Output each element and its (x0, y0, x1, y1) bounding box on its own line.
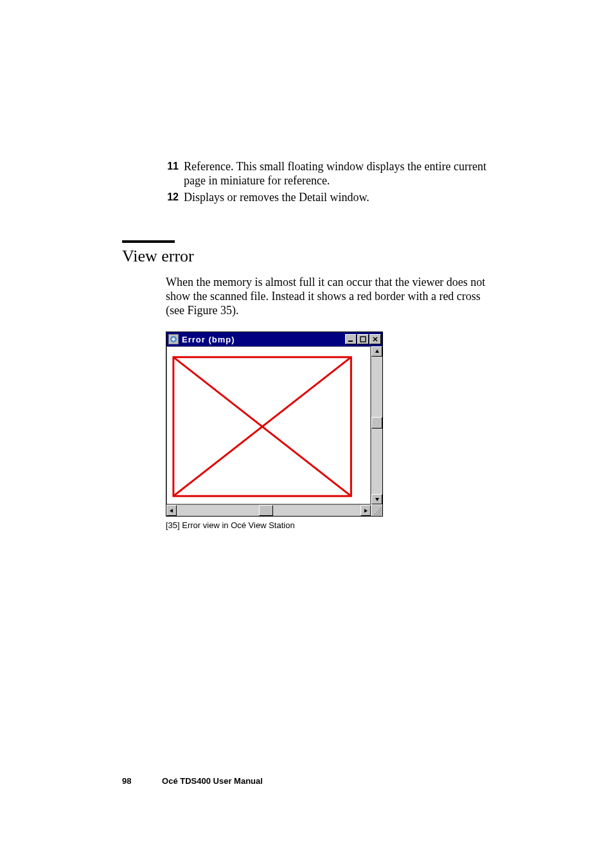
list-text: Reference. This small floating window di… (184, 159, 491, 188)
resize-grip[interactable] (371, 504, 382, 516)
svg-rect-2 (360, 337, 366, 342)
list-item: 11 Reference. This small floating window… (161, 159, 491, 188)
app-icon (168, 334, 179, 344)
list-number: 11 (161, 159, 179, 173)
horizontal-scroll-track[interactable] (177, 505, 360, 516)
close-button[interactable] (369, 334, 381, 344)
figure-error-window: Error (bmp) (166, 332, 383, 530)
figure-caption: [35] Error view in Océ View Station (166, 520, 383, 530)
scroll-down-button[interactable] (371, 494, 382, 504)
vertical-scroll-thumb[interactable] (371, 417, 382, 429)
list-text: Displays or removes the Detail window. (184, 190, 369, 204)
svg-marker-11 (364, 509, 368, 513)
window-title: Error (bmp) (182, 335, 345, 344)
body-paragraph: When the memory is almost full it can oc… (166, 275, 491, 317)
minimize-button[interactable] (345, 334, 357, 344)
content-area (166, 346, 382, 504)
list-item: 12 Displays or removes the Detail window… (161, 190, 491, 204)
page-footer: 98 Océ TDS400 User Manual (122, 776, 263, 786)
svg-marker-9 (375, 498, 379, 501)
error-canvas (166, 346, 371, 504)
horizontal-scrollbar[interactable] (166, 504, 371, 516)
maximize-button[interactable] (357, 334, 369, 344)
window: Error (bmp) (166, 332, 383, 517)
vertical-scrollbar[interactable] (371, 346, 382, 504)
window-controls (345, 334, 381, 344)
scroll-right-button[interactable] (360, 505, 371, 516)
vertical-scroll-track[interactable] (371, 357, 382, 494)
svg-line-14 (379, 513, 382, 515)
scroll-left-button[interactable] (166, 505, 177, 516)
page-number: 98 (122, 776, 131, 786)
svg-line-13 (377, 510, 382, 515)
scroll-up-button[interactable] (371, 346, 382, 357)
svg-marker-10 (170, 509, 173, 513)
section-rule (122, 240, 175, 243)
svg-rect-1 (348, 341, 353, 342)
numbered-list: 11 Reference. This small floating window… (161, 159, 491, 204)
footer-title: Océ TDS400 User Manual (162, 776, 263, 786)
titlebar[interactable]: Error (bmp) (166, 332, 382, 346)
bottom-scroll-row (166, 504, 382, 516)
svg-marker-8 (375, 350, 379, 353)
red-cross-icon (167, 347, 370, 504)
list-number: 12 (161, 190, 179, 204)
horizontal-scroll-thumb[interactable] (259, 505, 273, 516)
section-heading: View error (122, 247, 491, 266)
